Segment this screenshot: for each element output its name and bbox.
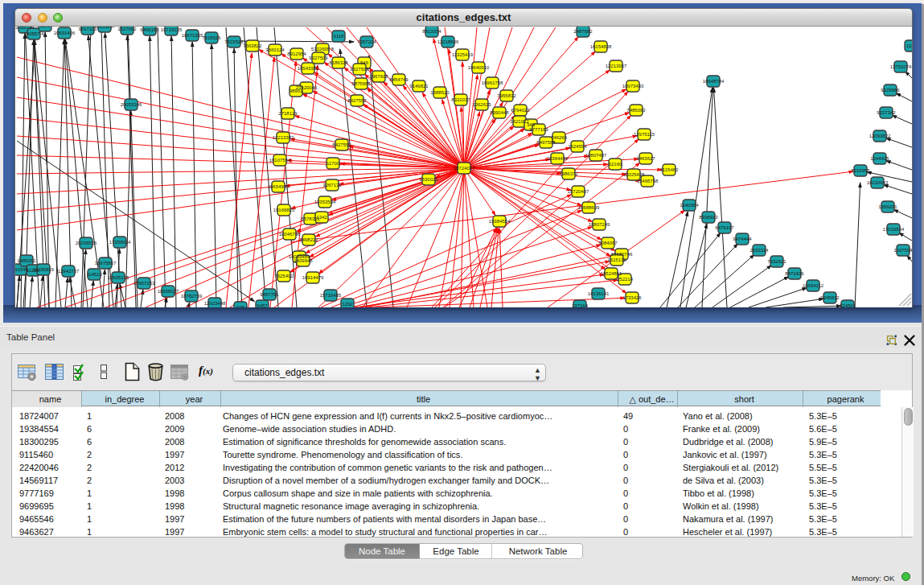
svg-text:7615526: 7615526: [224, 39, 244, 44]
svg-text:9146821: 9146821: [409, 84, 429, 89]
svg-text:9129966: 9129966: [881, 88, 900, 93]
svg-text:16782759: 16782759: [181, 294, 203, 299]
svg-text:14136141: 14136141: [588, 291, 610, 296]
svg-text:7357224: 7357224: [357, 39, 376, 44]
svg-text:6497568: 6497568: [536, 140, 556, 145]
svg-text:8215955: 8215955: [851, 168, 870, 173]
svg-text:20053346: 20053346: [121, 102, 142, 107]
svg-text:10654112: 10654112: [803, 283, 824, 288]
svg-text:18640910: 18640910: [468, 65, 490, 70]
svg-text:6794023: 6794023: [511, 108, 530, 113]
svg-text:98961: 98961: [290, 89, 303, 93]
svg-text:17359924: 17359924: [109, 240, 131, 245]
svg-text:1485061: 1485061: [17, 258, 36, 263]
svg-text:18807249: 18807249: [589, 222, 610, 227]
svg-text:10688609: 10688609: [578, 205, 600, 210]
svg-text:16154838: 16154838: [590, 44, 612, 49]
svg-text:10046798: 10046798: [279, 232, 301, 237]
svg-text:12218506: 12218506: [437, 39, 459, 44]
svg-text:11156829: 11156829: [33, 267, 54, 272]
svg-text:9327508: 9327508: [350, 67, 369, 72]
svg-text:17016504: 17016504: [883, 227, 905, 232]
svg-text:114519: 114519: [86, 272, 102, 277]
svg-text:7663822: 7663822: [243, 43, 262, 48]
svg-text:8186328: 8186328: [329, 60, 348, 65]
svg-text:12975115: 12975115: [634, 132, 655, 137]
svg-text:8427552: 8427552: [332, 142, 351, 147]
svg-text:9777169: 9777169: [529, 127, 548, 132]
svg-text:8454749: 8454749: [389, 77, 409, 82]
svg-text:12093822: 12093822: [869, 134, 891, 138]
svg-text:5322605 8: 5322605 8: [311, 47, 335, 51]
svg-text:16120746: 16120746: [611, 252, 633, 257]
svg-text:8322037: 8322037: [451, 97, 470, 102]
svg-text:1362615: 1362615: [472, 102, 491, 107]
svg-text:546: 546: [360, 60, 369, 65]
svg-text:15495768: 15495768: [637, 179, 659, 183]
svg-text:8471636: 8471636: [785, 271, 804, 276]
svg-text:12213382: 12213382: [273, 135, 294, 140]
svg-text:7515526: 7515526: [202, 35, 221, 40]
svg-text:18724007: 18724007: [454, 166, 475, 171]
svg-text:16961758: 16961758: [482, 80, 503, 85]
svg-text:1640954: 1640954: [680, 203, 699, 208]
svg-text:17957253: 17957253: [133, 281, 155, 286]
svg-text:9530022: 9530022: [419, 177, 438, 182]
svg-text:9115460: 9115460: [660, 167, 680, 172]
svg-text:2967608: 2967608: [369, 74, 388, 79]
svg-text:10025438: 10025438: [623, 172, 645, 177]
svg-text:5875685: 5875685: [351, 81, 371, 86]
svg-text:1191: 1191: [40, 27, 51, 28]
svg-text:8912954: 8912954: [287, 51, 306, 56]
svg-text:140557 4: 140557 4: [23, 31, 44, 36]
svg-text:1624554: 1624554: [568, 144, 587, 149]
svg-text:20691406: 20691406: [54, 31, 76, 35]
svg-text:1342: 1342: [316, 215, 327, 220]
svg-text:9084067: 9084067: [598, 241, 618, 245]
svg-text:16914479: 16914479: [302, 275, 324, 280]
svg-text:11700: 11700: [326, 161, 340, 166]
svg-text:137164: 137164: [572, 303, 589, 307]
svg-text:9227342: 9227342: [877, 110, 896, 115]
svg-text:9463627: 9463627: [636, 156, 655, 161]
svg-text:16648784: 16648784: [703, 79, 725, 84]
svg-text:16543382: 16543382: [298, 66, 319, 71]
svg-text:20364436: 20364436: [547, 156, 569, 161]
svg-text:8990448: 8990448: [490, 110, 509, 115]
svg-text:1167534: 1167534: [894, 248, 912, 253]
svg-text:9245612: 9245612: [820, 295, 840, 300]
svg-text:2487682: 2487682: [573, 29, 593, 34]
svg-text:9327509: 9327509: [309, 56, 328, 60]
svg-text:10973493: 10973493: [622, 84, 644, 89]
svg-text:10807487: 10807487: [585, 153, 607, 158]
svg-text:10719135: 10719135: [161, 27, 183, 32]
svg-text:7955812: 7955812: [497, 93, 516, 98]
svg-text:7485063: 7485063: [626, 108, 646, 113]
svg-text:2718129: 2718129: [278, 111, 298, 116]
svg-text:10958107: 10958107: [158, 289, 179, 294]
svg-text:15720407: 15720407: [568, 189, 589, 194]
svg-text:3660124: 3660124: [265, 47, 285, 52]
svg-text:62160: 62160: [609, 162, 622, 167]
svg-text:16107554: 16107554: [269, 158, 291, 163]
svg-text:19384554: 19384554: [489, 219, 511, 224]
svg-text:12942737: 12942737: [58, 269, 80, 274]
svg-text:8938913: 8938913: [699, 215, 718, 220]
svg-text:19166825: 19166825: [273, 208, 295, 212]
svg-text:3498222: 3498222: [299, 237, 318, 242]
svg-text:945: 945: [236, 305, 245, 307]
svg-text:12923448: 12923448: [204, 301, 226, 306]
svg-text:20206536: 20206536: [76, 241, 97, 245]
svg-text:1615132: 1615132: [607, 257, 626, 262]
svg-text:8427553: 8427553: [347, 98, 367, 103]
svg-text:9457: 9457: [257, 303, 268, 307]
svg-text:12505135: 12505135: [108, 275, 129, 280]
svg-text:13751074: 13751074: [890, 64, 912, 69]
svg-text:1733426: 1733426: [622, 295, 642, 300]
svg-text:12213957: 12213957: [606, 64, 627, 68]
svg-text:1409948: 1409948: [294, 258, 313, 263]
svg-text:2933114: 2933114: [750, 248, 770, 253]
svg-text:15716485: 15716485: [320, 293, 342, 298]
svg-text:10653267: 10653267: [94, 27, 116, 29]
svg-text:16671355: 16671355: [182, 33, 203, 38]
